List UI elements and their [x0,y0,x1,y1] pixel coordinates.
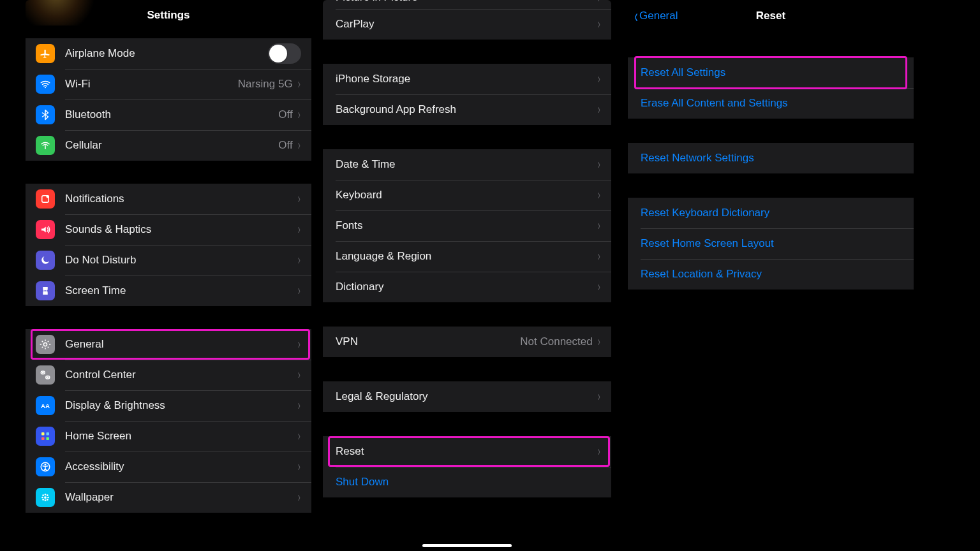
svg-point-23 [42,499,44,501]
row-reset-network[interactable]: Reset Network Settings [628,143,914,173]
row-keyboard[interactable]: Keyboard› [323,180,611,210]
row-notifications[interactable]: Notifications› [26,184,311,214]
svg-point-14 [45,464,47,466]
row-reset[interactable]: Reset› [323,436,611,467]
svg-rect-9 [41,432,45,436]
row-shutdown[interactable]: Shut Down [323,467,611,497]
display-icon: AA [36,396,55,415]
row-airplane[interactable]: Airplane Mode [26,38,311,69]
screentime-icon [36,281,55,300]
row-legal[interactable]: Legal & Regulatory› [323,381,611,412]
svg-text:AA: AA [41,402,50,409]
row-label: Language & Region [336,250,597,263]
row-storage[interactable]: iPhone Storage› [323,64,611,94]
row-wallpaper[interactable]: Wallpaper› [26,482,311,513]
chevron-right-icon: › [597,188,600,202]
row-fonts[interactable]: Fonts› [323,210,611,241]
chevron-right-icon: › [597,219,600,233]
row-screentime[interactable]: Screen Time› [26,276,311,306]
nav-bar: ‹ General Reset [628,0,914,32]
row-label: Airplane Mode [65,47,268,60]
row-lang[interactable]: Language & Region› [323,241,611,272]
back-label: General [639,10,678,22]
row-wifi[interactable]: Wi-FiNarsing 5G› [26,69,311,99]
sounds-icon [36,220,55,239]
row-bgrefresh[interactable]: Background App Refresh› [323,94,611,125]
row-general[interactable]: General› [26,329,311,360]
row-carplay[interactable]: CarPlay› [323,9,611,40]
row-reset-all[interactable]: Reset All Settings [628,57,914,88]
dnd-icon [36,251,55,270]
row-detail: Off [278,108,292,121]
row-cellular[interactable]: CellularOff› [26,130,311,161]
row-label: Erase All Content and Settings [641,97,903,110]
chevron-right-icon: › [297,108,300,122]
row-pip[interactable]: Picture in Picture› [323,0,611,9]
row-label: Control Center [65,369,297,381]
row-erase[interactable]: Erase All Content and Settings [628,88,914,119]
row-accessibility[interactable]: Accessibility› [26,452,311,482]
svg-rect-12 [47,437,50,441]
row-label: General [65,338,297,351]
row-label: Reset Keyboard Dictionary [641,207,903,219]
row-label: Shut Down [336,476,601,489]
row-sounds[interactable]: Sounds & Haptics› [26,214,311,245]
reset-screen: ‹ General Reset Reset All SettingsErase … [628,0,914,551]
chevron-right-icon: › [597,103,600,117]
row-label: Cellular [65,139,278,152]
row-detail: Not Connected [520,335,592,348]
row-label: Fonts [336,219,597,232]
row-label: Reset Network Settings [641,152,903,165]
row-label: Legal & Regulatory [336,390,597,403]
chevron-right-icon: › [297,284,300,298]
row-dict[interactable]: Dictionary› [323,272,611,302]
row-label: Reset All Settings [641,66,903,79]
row-detail: Narsing 5G [238,78,293,91]
chevron-right-icon: › [297,460,300,474]
toggle-airplane[interactable] [268,43,301,64]
page-title: Settings [26,0,311,31]
row-homescreen[interactable]: Home Screen› [26,421,311,452]
row-datetime[interactable]: Date & Time› [323,149,611,180]
row-label: Reset Home Screen Layout [641,237,903,250]
wifi-icon [36,75,55,94]
svg-point-20 [42,494,44,496]
row-label: VPN [336,335,520,348]
svg-point-18 [41,497,43,499]
chevron-right-icon: › [597,17,600,31]
accessibility-icon [36,457,55,476]
svg-point-19 [47,497,49,499]
chevron-right-icon: › [597,280,600,294]
svg-point-16 [45,494,47,496]
svg-rect-11 [41,437,45,441]
row-dnd[interactable]: Do Not Disturb› [26,245,311,276]
row-reset-home[interactable]: Reset Home Screen Layout [628,228,914,259]
chevron-right-icon: › [297,192,300,206]
svg-point-5 [42,372,44,374]
row-label: Wallpaper [65,491,297,504]
row-reset-keyboard[interactable]: Reset Keyboard Dictionary [628,198,914,228]
chevron-right-icon: › [297,337,300,351]
row-vpn[interactable]: VPNNot Connected› [323,327,611,357]
row-bluetooth[interactable]: BluetoothOff› [26,99,311,130]
row-reset-loc[interactable]: Reset Location & Privacy [628,259,914,290]
svg-point-3 [43,342,47,346]
row-label: Reset Location & Privacy [641,268,903,281]
row-label: Wi-Fi [65,78,238,91]
notifications-icon [36,189,55,209]
chevron-right-icon: › [297,399,300,413]
airplane-icon [36,44,55,63]
row-label: Accessibility [65,460,297,473]
row-label: Reset [336,445,597,458]
chevron-right-icon: › [297,77,300,91]
home-indicator[interactable] [422,544,512,547]
settings-screen: Settings Airplane ModeWi-FiNarsing 5G›Bl… [26,0,311,551]
row-controlcenter[interactable]: Control Center› [26,360,311,390]
chevron-right-icon: › [297,253,300,267]
svg-point-17 [45,499,47,501]
row-display[interactable]: AADisplay & Brightness› [26,390,311,421]
general-screen: Picture in Picture›CarPlay›iPhone Storag… [323,0,611,551]
chevron-right-icon: › [297,368,300,382]
svg-point-21 [47,499,48,501]
back-button[interactable]: ‹ General [633,5,678,27]
